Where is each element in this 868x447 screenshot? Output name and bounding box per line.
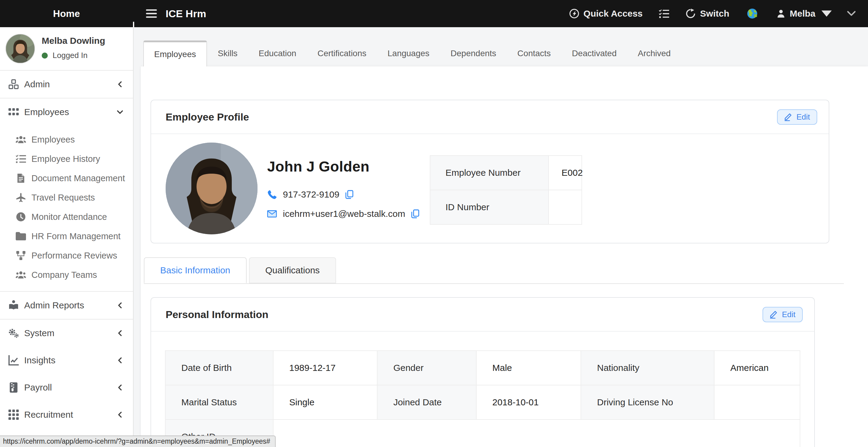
sidebar-item-employees[interactable]: Employees [0,130,133,149]
table-row: Marital StatusSingleJoined Date2018-10-0… [165,385,800,419]
field-value [549,190,582,224]
sidebar-item-label: Performance Reviews [31,251,117,261]
sidebar-item-label: Travel Requests [31,193,95,203]
profile-info: Melba Dowling Logged In [42,34,105,70]
sidebar-item-document-management[interactable]: Document Management [0,168,133,188]
field-value: Male [476,351,581,385]
tab-certifications[interactable]: Certifications [307,40,377,66]
cubes-icon [8,79,19,89]
login-status: Logged In [42,51,105,60]
tab-contacts[interactable]: Contacts [507,40,561,66]
quick-access-label: Quick Access [584,8,643,19]
module-tabs: EmployeesSkillsEducationCertificationsLa… [143,40,682,66]
tab-skills[interactable]: Skills [208,40,248,66]
clock-icon [16,212,26,221]
sidebar-group-label: Recruitment [24,410,73,420]
gears-icon [8,328,19,338]
profile-card-header: Employee Profile Edit [151,100,829,134]
field-label: Marital Status [165,385,273,419]
quick-access-icon [569,8,579,19]
employee-identity: John J Golden 917-372-9109 [267,142,419,234]
sidebar-group-label: Payroll [24,382,52,393]
topbar: Home ICE Hrm Quick Access Switch [0,0,868,27]
sidebar-item-hr-form-management[interactable]: HR Form Management [0,226,133,246]
employee-phone: 917-372-9109 [283,189,339,200]
personal-card-header: Personal Information Edit [151,298,814,331]
field-label: Gender [377,351,476,385]
mail-icon [267,209,277,219]
sidebar-item-company-teams[interactable]: Company Teams [0,265,133,285]
status-url: https://icehrm.com/app/demo-icehrm/?g=ad… [0,436,276,447]
switch-icon [685,8,696,19]
topbar-actions: Quick Access Switch Melba [569,8,868,19]
switch-button[interactable]: Switch [685,8,729,19]
profile-card-body: John J Golden 917-372-9109 [151,134,829,243]
field-label: Date of Birth [165,351,273,385]
user-menu[interactable]: Melba [776,8,832,19]
sidebar-group-payroll[interactable]: Payroll [0,374,133,401]
pen-icon [770,310,778,319]
list-check-icon [16,154,26,163]
avatar[interactable] [5,34,35,63]
field-value: 1989-12-17 [273,351,377,385]
field-label: Nationality [581,351,714,385]
sidebar-group-admin[interactable]: Admin [0,71,133,98]
sidebar-item-monitor-attendance[interactable]: Monitor Attendance [0,207,133,226]
sidebar-group-label: Admin Reports [24,300,84,311]
sidebar-item-performance-reviews[interactable]: Performance Reviews [0,246,133,265]
subtab-basic-information[interactable]: Basic Information [144,257,247,283]
sidebar: Melba Dowling Logged In Admin Employees … [0,27,133,447]
tab-education[interactable]: Education [248,40,307,66]
chevron-down-icon[interactable] [846,8,857,19]
pen-icon [784,113,792,121]
table-row: ID Number [430,190,582,224]
sidebar-group-employees[interactable]: Employees [0,98,133,126]
subtab-qualifications[interactable]: Qualifications [249,257,336,283]
sidebar-profile: Melba Dowling Logged In [0,27,133,70]
chevron-left-icon [117,81,123,88]
sidebar-group-insights[interactable]: Insights [0,347,133,374]
tab-archived[interactable]: Archived [627,40,681,66]
language-button[interactable] [747,8,758,19]
hamburger-icon[interactable] [146,9,157,18]
tab-languages[interactable]: Languages [377,40,440,66]
phone-row: 917-372-9109 [267,189,419,200]
copy-email-icon[interactable] [411,209,419,218]
app-title: ICE Hrm [166,8,206,20]
sidebar-group-recruitment[interactable]: Recruitment [0,401,133,428]
edit-personal-info-button[interactable]: Edit [763,307,803,322]
table-row: Date of Birth1989-12-17GenderMaleNationa… [165,351,800,385]
edit-profile-label: Edit [796,113,810,122]
tab-dependents[interactable]: Dependents [440,40,506,66]
chevron-left-icon [117,357,123,364]
copy-phone-icon[interactable] [345,190,353,199]
sidebar-group-admin-reports[interactable]: Admin Reports [0,292,133,319]
field-value: Single [273,385,377,419]
tab-deactivated[interactable]: Deactivated [562,40,627,66]
employee-name: John J Golden [267,158,419,175]
table-row: Employee Number E002 [430,156,582,190]
book-reader-icon [8,300,19,311]
status-label: Logged In [53,51,88,60]
sidebar-item-travel-requests[interactable]: Travel Requests [0,188,133,207]
sidebar-item-label: Employee History [31,154,100,164]
chevron-left-icon [117,302,123,309]
tasks-button[interactable] [659,8,669,19]
switch-label: Switch [700,8,729,19]
field-label: Driving License No [581,385,714,419]
field-value [273,419,800,447]
sidebar-group-system[interactable]: System [0,320,133,347]
tab-employees[interactable]: Employees [143,40,207,66]
quick-access-button[interactable]: Quick Access [569,8,643,19]
sidebar-item-employee-history[interactable]: Employee History [0,149,133,168]
employee-profile-card: Employee Profile Edit John J Golden [151,100,829,244]
profile-name: Melba Dowling [42,36,105,46]
edit-profile-button[interactable]: Edit [777,109,817,125]
field-value: E002 [549,156,582,190]
grid9-icon [8,410,19,420]
chevron-left-icon [117,411,123,418]
sidebar-item-label: Monitor Attendance [31,212,107,222]
employee-photo [166,142,257,234]
file-zipper-icon [8,382,19,393]
home-link[interactable]: Home [0,8,133,19]
